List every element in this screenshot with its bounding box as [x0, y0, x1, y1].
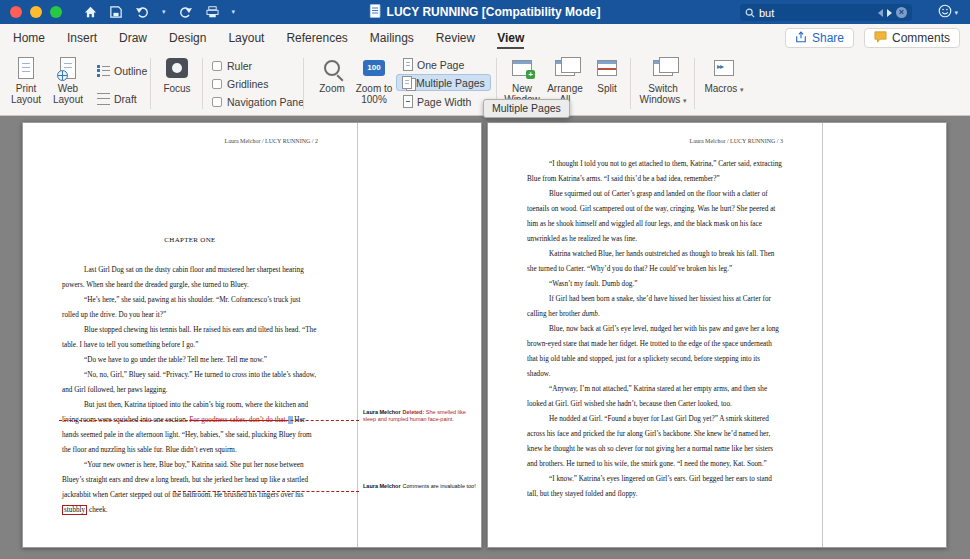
margin-comment-deleted[interactable]: Laura MelchorDeleted: She smelled like s… [363, 409, 479, 423]
tab-design[interactable]: Design [158, 26, 217, 50]
comment-text: Comments are invaluable too! [403, 483, 476, 489]
switch-windows-button[interactable]: Switch Windows ▾ [636, 55, 690, 113]
draft-icon [97, 93, 110, 105]
outline-button[interactable]: Outline [92, 62, 152, 79]
tab-mailings[interactable]: Mailings [359, 26, 425, 50]
page-body[interactable]: Last Girl Dog sat on the dusty cabin flo… [62, 263, 318, 518]
tab-home[interactable]: Home [2, 26, 56, 50]
comments-icon [874, 31, 887, 46]
paragraph: Blue squirmed out of Carter’s grasp and … [527, 187, 783, 247]
paragraph: “I know.” Katrina’s eyes lingered on Gir… [527, 472, 783, 502]
tab-layout[interactable]: Layout [217, 26, 275, 50]
tab-review[interactable]: Review [425, 26, 486, 50]
one-page-button[interactable]: One Page [398, 56, 469, 73]
print-layout-label: Print Layout [6, 83, 46, 105]
macros-button[interactable]: Macros ▾ [700, 55, 748, 113]
macros-icon [714, 60, 734, 76]
one-page-label: One Page [417, 59, 464, 71]
markup-area-divider [822, 123, 823, 547]
chapter-heading: CHAPTER ONE [62, 236, 318, 244]
search-input[interactable] [759, 7, 874, 19]
margin-comment[interactable]: Laura MelchorComments are invaluable too… [363, 483, 479, 490]
minimize-button[interactable] [30, 6, 42, 18]
save-icon[interactable] [110, 6, 122, 18]
page-2[interactable]: Laura Melchor / LUCY RUNNING / 2 CHAPTER… [22, 122, 482, 548]
checkbox-icon [212, 97, 222, 107]
page-width-label: Page Width [417, 96, 471, 108]
comment-type-label: Deleted: [403, 409, 426, 415]
paragraph: “Your new owner is here, Blue boy,” Katr… [62, 458, 318, 518]
tab-references[interactable]: References [275, 26, 358, 50]
zoom-button[interactable] [50, 6, 62, 18]
page-body[interactable]: “I thought I told you not to get attache… [527, 157, 783, 502]
ribbon-separator [694, 58, 695, 109]
search-field[interactable]: × [740, 4, 912, 21]
smiley-icon [938, 4, 952, 22]
ribbon-separator [630, 58, 631, 109]
focus-button[interactable]: Focus [156, 55, 198, 113]
web-layout-icon [60, 57, 76, 79]
find-next-icon[interactable] [887, 9, 892, 17]
paragraph: If Girl had been born a snake, she’d hav… [527, 292, 783, 322]
window-title-text: LUCY RUNNING [Compatibility Mode] [387, 5, 601, 19]
zoom-button[interactable]: Zoom [312, 55, 352, 113]
share-icon [795, 31, 807, 46]
web-layout-button[interactable]: Web Layout [48, 55, 88, 113]
focus-label: Focus [156, 83, 198, 94]
window-controls [10, 6, 62, 18]
focus-icon [166, 58, 188, 78]
comment-connector-line [173, 491, 359, 492]
redo-icon[interactable] [179, 6, 193, 18]
undo-chevron-icon[interactable]: ▾ [162, 8, 166, 16]
paragraph: “Do we have to go under the table? Tell … [62, 353, 318, 368]
split-button[interactable]: Split [588, 55, 626, 113]
zoom-100-button[interactable]: 100 Zoom to 100% [352, 55, 396, 113]
share-label: Share [812, 31, 844, 45]
multiple-pages-button[interactable]: Multiple Pages [396, 74, 491, 91]
print-icon[interactable] [206, 6, 219, 18]
print-layout-button[interactable]: Print Layout [6, 55, 46, 113]
navigation-pane-checkbox[interactable]: Navigation Pane [212, 94, 304, 110]
page-3[interactable]: Laura Melchor / LUCY RUNNING / 3 “I thou… [487, 122, 947, 548]
draft-button[interactable]: Draft [92, 90, 142, 107]
navigation-pane-label: Navigation Pane [227, 96, 304, 108]
page-width-button[interactable]: Page Width [398, 93, 476, 110]
gridlines-checkbox[interactable]: Gridlines [212, 76, 268, 92]
ribbon-separator [150, 58, 151, 109]
comment-author: Laura Melchor [363, 409, 401, 415]
document-canvas[interactable]: Laura Melchor / LUCY RUNNING / 2 CHAPTER… [0, 116, 970, 559]
comments-button[interactable]: Comments [864, 28, 960, 48]
page-header: Laura Melchor / LUCY RUNNING / 2 [62, 138, 318, 144]
switch-windows-label: Switch Windows [640, 83, 681, 105]
toolbar-chevron-icon[interactable]: ▾ [232, 8, 236, 16]
comments-label: Comments [892, 31, 950, 45]
tab-view[interactable]: View [486, 26, 535, 50]
checkbox-icon [212, 61, 222, 71]
ribbon-tab-bar: Home Insert Draw Design Layout Reference… [0, 24, 970, 52]
word-window: ▾ ▾ LUCY RUNNING [Compatibility Mode] × [0, 0, 970, 559]
macros-label: Macros [704, 83, 737, 94]
search-icon [745, 4, 755, 22]
tab-draw[interactable]: Draw [108, 26, 158, 50]
deletion-connector-line [59, 420, 359, 421]
feedback-button[interactable]: ▾ [938, 4, 958, 22]
find-previous-icon[interactable] [878, 9, 883, 17]
share-button[interactable]: Share [785, 28, 854, 48]
clear-search-icon[interactable]: × [896, 7, 907, 18]
page-width-icon [403, 95, 413, 108]
tab-insert[interactable]: Insert [56, 26, 108, 50]
ruler-checkbox[interactable]: Ruler [212, 58, 252, 74]
arrange-all-icon [555, 60, 575, 76]
split-label: Split [588, 83, 626, 94]
paragraph: “He’s here,” she said, pawing at his sho… [62, 293, 318, 323]
paragraph: “Wasn’t my fault. Dumb dog.” [527, 277, 783, 292]
close-button[interactable] [10, 6, 22, 18]
print-layout-icon [18, 57, 34, 79]
zoom-100-label: Zoom to 100% [352, 83, 396, 105]
comment-author: Laura Melchor [363, 483, 401, 489]
undo-icon[interactable] [135, 6, 149, 18]
home-icon[interactable] [84, 6, 97, 18]
paragraph: Katrina watched Blue, her hands outstret… [527, 247, 783, 277]
chevron-down-icon: ▾ [683, 97, 687, 104]
paragraph: But just then, Katrina tiptoed into the … [62, 398, 318, 458]
